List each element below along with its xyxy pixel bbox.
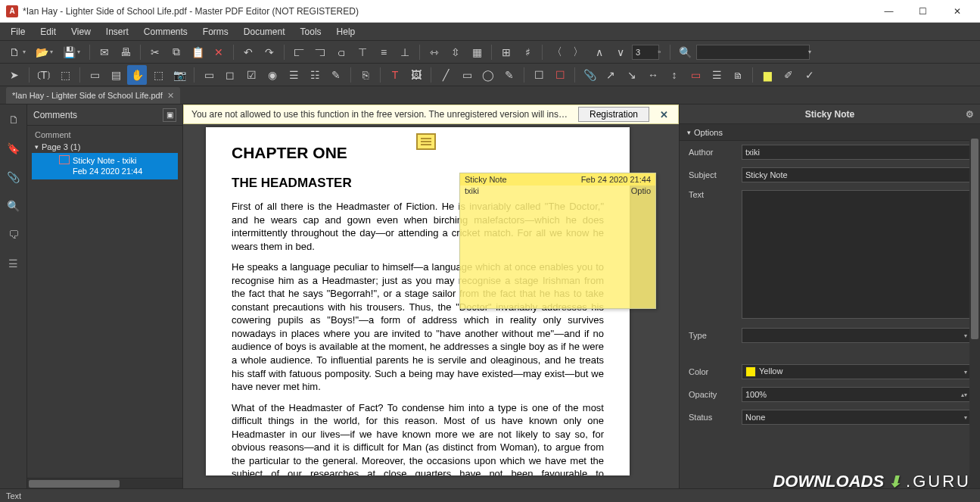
minimize-button[interactable]: — [872, 1, 906, 22]
attachments-panel-icon[interactable]: 📎 [5, 168, 23, 186]
rect-tool-icon[interactable]: ▭ [457, 65, 477, 85]
layers-panel-icon[interactable]: ☰ [5, 254, 23, 273]
pencil2-icon[interactable]: ✐ [779, 65, 798, 85]
measure2-icon[interactable]: ↕ [664, 65, 684, 85]
search-panel-icon[interactable]: 🔍 [5, 197, 23, 215]
delete-icon[interactable]: ✕ [209, 42, 229, 62]
menu-help[interactable]: Help [329, 24, 363, 39]
align-right-icon[interactable]: ⫏ [331, 42, 351, 62]
pointer-icon[interactable]: ➤ [5, 65, 24, 85]
signature-field-icon[interactable]: ✎ [326, 65, 346, 85]
text-input[interactable] [742, 190, 971, 319]
document-viewport[interactable]: You are not allowed to use this function… [183, 104, 679, 488]
menu-tools[interactable]: Tools [293, 24, 329, 39]
sticky-note-popup[interactable]: Sticky Note Feb 24 2020 21:44 txiki Opti… [459, 173, 656, 309]
snap-icon[interactable]: ♯ [518, 42, 537, 62]
menu-insert[interactable]: Insert [98, 24, 136, 39]
cut-icon[interactable]: ✂ [145, 42, 165, 62]
inspector-v-scrollbar[interactable] [969, 124, 980, 488]
sticky-note-tool-icon[interactable]: ☰ [707, 65, 726, 85]
mail-icon[interactable]: ✉ [95, 42, 114, 62]
add-text-icon[interactable]: T [385, 65, 405, 85]
comments-note-item[interactable]: Sticky Note - txiki Feb 24 2020 21:44 [32, 153, 178, 179]
sticky-note-marker-icon[interactable] [416, 133, 436, 150]
type-dropdown[interactable]: ▾ [742, 328, 971, 343]
distribute-v-icon[interactable]: ⇳ [446, 42, 465, 62]
ellipse-tool-icon[interactable]: ◯ [478, 65, 498, 85]
text-box-icon[interactable]: ▭ [686, 65, 705, 85]
page-more-icon[interactable]: » [658, 48, 665, 55]
callout-icon[interactable]: ↘ [622, 65, 642, 85]
same-size-icon[interactable]: ▦ [467, 42, 487, 62]
button-field-icon[interactable]: ◻ [220, 65, 240, 85]
form-list-icon[interactable]: ▤ [106, 65, 126, 85]
arrow-tool-icon[interactable]: ↗ [601, 65, 621, 85]
measure1-icon[interactable]: ↔ [643, 65, 663, 85]
redo-icon[interactable]: ↷ [260, 42, 279, 62]
edit-form-icon[interactable]: ▭ [85, 65, 104, 85]
hand-tool-icon[interactable]: ✋ [127, 65, 147, 85]
print-icon[interactable]: 🖶 [116, 42, 135, 62]
next-page-icon[interactable]: 〉 [568, 42, 588, 62]
inspector-settings-icon[interactable]: ⚙ [966, 109, 974, 120]
close-button[interactable]: ✕ [940, 1, 974, 22]
menu-comments[interactable]: Comments [136, 24, 195, 39]
initials-icon[interactable]: 🗈 [728, 65, 748, 85]
next-view-icon[interactable]: ∨ [611, 42, 630, 62]
stamp2-icon[interactable]: ☐ [550, 65, 570, 85]
open-icon[interactable]: 📂 [32, 42, 51, 62]
popup-options[interactable]: Optio [631, 186, 651, 195]
copy-icon[interactable]: ⧉ [166, 42, 186, 62]
popup-body[interactable] [460, 196, 655, 202]
check-icon[interactable]: ✓ [800, 65, 820, 85]
align-bottom-icon[interactable]: ⊥ [395, 42, 415, 62]
grid-icon[interactable]: ⊞ [496, 42, 516, 62]
paste-icon[interactable]: 📋 [188, 42, 207, 62]
status-dropdown[interactable]: None▾ [742, 410, 971, 425]
prev-page-icon[interactable]: 〈 [547, 42, 567, 62]
options-section[interactable]: Options [680, 124, 980, 141]
link-tool-icon[interactable]: ⎘ [356, 65, 375, 85]
collapse-panel-icon[interactable]: ▣ [163, 108, 176, 122]
add-image-icon[interactable]: 🖼 [406, 65, 426, 85]
select-area-icon[interactable]: ⬚ [148, 65, 168, 85]
stamp-icon[interactable]: ☐ [529, 65, 549, 85]
attach-icon[interactable]: 📎 [580, 65, 599, 85]
maximize-button[interactable]: ☐ [906, 1, 940, 22]
highlight-icon[interactable]: ▆ [758, 65, 777, 85]
align-middle-icon[interactable]: ≡ [374, 42, 394, 62]
search-input[interactable] [696, 45, 810, 60]
close-tab-icon[interactable]: ✕ [167, 91, 174, 101]
prev-view-icon[interactable]: ∧ [590, 42, 609, 62]
author-input[interactable] [742, 145, 971, 160]
opacity-spinner[interactable]: 100%▴▾ [742, 387, 971, 402]
comments-page-node[interactable]: Page 3 (1) [32, 141, 178, 153]
menu-document[interactable]: Document [236, 24, 293, 39]
radio-field-icon[interactable]: ◉ [263, 65, 282, 85]
comments-panel-icon[interactable]: 🗨 [5, 226, 23, 244]
menu-edit[interactable]: Edit [33, 24, 64, 39]
close-notice-icon[interactable]: ✕ [657, 108, 670, 121]
align-center-h-icon[interactable]: ⫎ [310, 42, 330, 62]
save-icon[interactable]: 💾 [59, 42, 79, 62]
comments-h-scrollbar[interactable] [27, 478, 182, 488]
combo-field-icon[interactable]: ☰ [284, 65, 303, 85]
document-tab[interactable]: *Ian Hay - Lighter Side of School Life.p… [6, 87, 180, 104]
align-left-icon[interactable]: ⫍ [289, 42, 309, 62]
pencil-tool-icon[interactable]: ✎ [499, 65, 519, 85]
inspector-scroll-thumb[interactable] [971, 139, 978, 339]
registration-button[interactable]: Registration [578, 107, 649, 122]
line-tool-icon[interactable]: ╱ [436, 65, 456, 85]
search-icon[interactable]: 🔍 [675, 42, 695, 62]
text-field-icon[interactable]: ▭ [199, 65, 219, 85]
color-dropdown[interactable]: Yellow ▾ [742, 364, 971, 379]
menu-file[interactable]: File [3, 24, 33, 39]
edit-object-icon[interactable]: ⬚ [55, 65, 75, 85]
distribute-h-icon[interactable]: ⇿ [425, 42, 444, 62]
new-icon[interactable]: 🗋 [5, 42, 24, 62]
pages-panel-icon[interactable]: 🗋 [5, 111, 23, 129]
bookmarks-panel-icon[interactable]: 🔖 [5, 139, 23, 157]
menu-view[interactable]: View [64, 24, 98, 39]
checkbox-field-icon[interactable]: ☑ [241, 65, 261, 85]
menu-forms[interactable]: Forms [195, 24, 236, 39]
